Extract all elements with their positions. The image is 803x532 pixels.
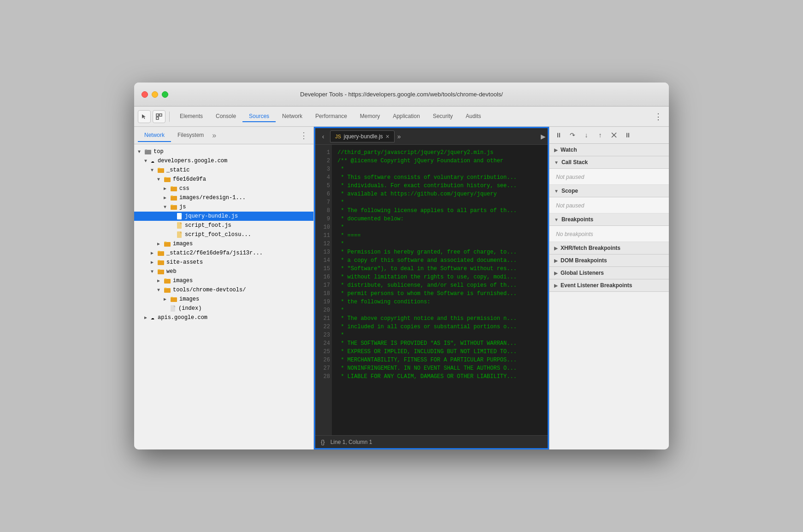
tab-application[interactable]: Application — [386, 111, 426, 122]
tab-console[interactable]: Console — [209, 111, 242, 122]
tree-item-jquery-bundle[interactable]: jquery-bundle.js — [134, 212, 313, 221]
editor-play-button[interactable]: ▶ — [541, 133, 546, 140]
section-header-breakpoints[interactable]: ▼ Breakpoints — [549, 213, 669, 226]
svg-rect-17 — [164, 288, 171, 293]
tab-network[interactable]: Network — [276, 111, 309, 122]
tree-arrow-developers: ▼ — [144, 159, 151, 164]
section-header-call-stack[interactable]: ▼ Call Stack — [549, 156, 669, 169]
deactivate-breakpoints-button[interactable] — [608, 130, 620, 141]
tree-item-images-redesign[interactable]: ▶ images/redesign-1... — [134, 193, 313, 202]
tree-item-images[interactable]: ▶ images — [134, 239, 313, 248]
tree-item-index[interactable]: (index) — [134, 304, 313, 313]
select-tool-button[interactable] — [138, 110, 151, 123]
tree-item-js[interactable]: ▼ js — [134, 202, 313, 212]
tree-item-script-foot-closure[interactable]: script_foot_closu... — [134, 230, 313, 239]
tree-item-apis-google[interactable]: ▶ ☁ apis.google.com — [134, 313, 313, 322]
cursor-icon — [141, 113, 148, 120]
file-tree: ▼ top ▼ ☁ developers.google.com ▼ _stat — [134, 144, 313, 449]
tree-item-web[interactable]: ▼ web — [134, 267, 313, 276]
breakpoints-icon — [611, 132, 617, 138]
editor-prev-button[interactable]: ‹ — [317, 130, 329, 142]
editor-more-tabs[interactable]: » — [397, 133, 401, 140]
tree-label-jquery: jquery-bundle.js — [185, 213, 238, 219]
tree-item-hash[interactable]: ▼ f6e16de9fa — [134, 175, 313, 184]
section-header-watch[interactable]: ▶ Watch — [549, 144, 669, 156]
tab-elements[interactable]: Elements — [173, 111, 209, 122]
more-left-tabs-button[interactable]: » — [210, 131, 218, 140]
tree-label-static2: _static2/f6e16de9fa/jsi13r... — [166, 250, 263, 256]
pause-button[interactable]: ⏸ — [553, 130, 564, 141]
editor-statusbar: {} Line 1, Column 1 — [315, 435, 548, 448]
section-header-global-listeners[interactable]: ▶ Global Listeners — [549, 267, 669, 279]
traffic-lights — [142, 91, 168, 98]
tree-label-images: images — [173, 241, 193, 247]
section-label-call-stack: Call Stack — [561, 159, 588, 166]
svg-rect-3 — [145, 150, 151, 154]
tab-file-icon: JS — [335, 134, 341, 139]
resume-button[interactable]: ⏸ — [622, 130, 633, 141]
section-header-event-listener-bp[interactable]: ▶ Event Listener Breakpoints — [549, 279, 669, 292]
maximize-button[interactable] — [162, 91, 168, 98]
tree-arrow-css: ▶ — [164, 186, 170, 191]
svg-rect-18 — [171, 297, 177, 302]
tree-item-developers[interactable]: ▼ ☁ developers.google.com — [134, 156, 313, 166]
svg-rect-0 — [156, 114, 159, 116]
editor-tab-jquery[interactable]: JS jquery-bundle.js × — [330, 130, 395, 142]
step-out-button[interactable]: ↑ — [595, 130, 606, 141]
format-button[interactable]: {} — [321, 438, 325, 445]
editor-tab-close[interactable]: × — [386, 133, 390, 140]
section-arrow-watch: ▶ — [554, 148, 558, 153]
step-over-button[interactable]: ↷ — [567, 130, 578, 141]
minimize-button[interactable] — [152, 91, 158, 98]
right-panel: ⏸ ↷ ↓ ↑ ⏸ ▶ Watch — [549, 127, 669, 449]
tree-item-tools-chrome[interactable]: ▼ tools/chrome-devtools/ — [134, 285, 313, 295]
section-label-event: Event Listener Breakpoints — [561, 282, 632, 289]
call-stack-status: Not paused — [556, 174, 584, 180]
folder-icon-images-redesign — [170, 194, 177, 201]
section-label-watch: Watch — [561, 147, 577, 153]
tree-label-css: css — [179, 185, 189, 192]
tree-label-apis-google: apis.google.com — [158, 314, 207, 321]
left-panel: Network Filesystem » ⋮ ▼ top ▼ ☁ — [134, 127, 314, 449]
section-header-xhr-breakpoints[interactable]: ▶ XHR/fetch Breakpoints — [549, 242, 669, 254]
editor-panel: ‹ JS jquery-bundle.js × » ▶ 12345 678910… — [314, 127, 549, 449]
tree-label-tools-images: images — [179, 296, 199, 302]
code-content[interactable]: //third_party/javascript/jquery2/jquery2… — [332, 145, 548, 435]
section-header-scope[interactable]: ▼ Scope — [549, 185, 669, 197]
tree-item-static2[interactable]: ▶ _static2/f6e16de9fa/jsi13r... — [134, 248, 313, 258]
section-label-breakpoints: Breakpoints — [561, 216, 593, 223]
tab-network-files[interactable]: Network — [138, 129, 171, 142]
tab-performance[interactable]: Performance — [309, 111, 354, 122]
tab-security[interactable]: Security — [426, 111, 459, 122]
tab-filesystem[interactable]: Filesystem — [171, 129, 210, 142]
tree-item-site-assets[interactable]: ▶ site-assets — [134, 258, 313, 267]
section-header-dom-breakpoints[interactable]: ▶ DOM Breakpoints — [549, 254, 669, 267]
tree-label-hash: f6e16de9fa — [173, 176, 206, 183]
tree-item-web-images[interactable]: ▶ images — [134, 276, 313, 285]
section-label-xhr: XHR/fetch Breakpoints — [561, 245, 620, 251]
tree-item-script-foot[interactable]: script_foot.js — [134, 221, 313, 230]
tab-memory[interactable]: Memory — [354, 111, 386, 122]
tree-item-top[interactable]: ▼ top — [134, 147, 313, 156]
more-tabs-button[interactable]: ⋮ — [651, 112, 665, 122]
tree-arrow-apis-google: ▶ — [144, 315, 151, 320]
left-panel-menu-button[interactable]: ⋮ — [298, 130, 310, 141]
tree-item-static[interactable]: ▼ _static — [134, 166, 313, 175]
cloud-icon-developers: ☁ — [151, 157, 154, 165]
svg-rect-12 — [164, 242, 171, 247]
step-into-button[interactable]: ↓ — [581, 130, 592, 141]
tree-arrow-images-redesign: ▶ — [164, 195, 170, 201]
close-button[interactable] — [142, 91, 148, 98]
tab-audits[interactable]: Audits — [459, 111, 487, 122]
tab-sources[interactable]: Sources — [242, 111, 276, 122]
tree-item-css[interactable]: ▶ css — [134, 184, 313, 193]
inspect-button[interactable] — [153, 110, 165, 123]
tree-arrow-hash: ▼ — [157, 177, 164, 182]
cursor-position: Line 1, Column 1 — [331, 439, 372, 445]
file-icon-script-foot-closure — [177, 231, 183, 238]
tree-label-web-images: images — [173, 278, 193, 284]
tree-arrow-tools-images: ▶ — [164, 296, 170, 302]
section-arrow-dom: ▶ — [554, 258, 558, 263]
file-icon-script-foot — [177, 222, 183, 229]
tree-item-tools-images[interactable]: ▶ images — [134, 295, 313, 304]
